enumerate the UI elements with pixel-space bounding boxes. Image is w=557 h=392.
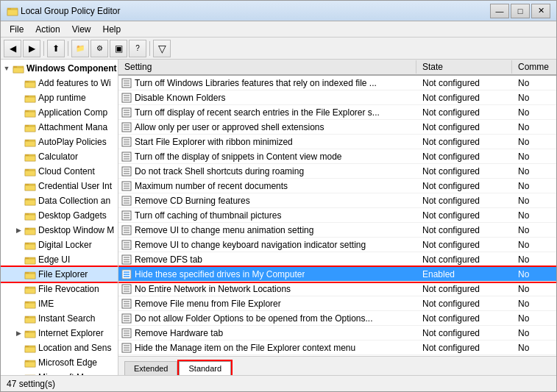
table-row[interactable]: Remove UI to change menu animation setti… [118,223,556,238]
svg-rect-40 [25,244,35,249]
table-row[interactable]: No Entire Network in Network Locations N… [118,282,556,296]
sidebar-item-label: Application Comp [38,107,107,118]
menu-view[interactable]: View [66,23,97,36]
cell-state: Not configured [416,136,512,148]
sidebar-item-windows-component[interactable]: ▼ Windows Component [1,61,118,76]
policy-icon [121,240,132,250]
svg-rect-34 [25,215,35,220]
minimize-button[interactable]: — [490,4,509,18]
sidebar-item-file-explorer[interactable]: File Explorer [1,267,118,282]
table-row[interactable]: Allow only per user or approved shell ex… [118,120,556,135]
expander-spacer [14,93,23,102]
up-button[interactable]: ⬆ [47,40,65,57]
cell-comment: No [512,180,556,192]
help-button[interactable]: ? [129,40,146,57]
close-button[interactable]: ✕ [531,4,550,18]
cell-state: Not configured [416,121,512,133]
setting-text: Turn off display of recent search entrie… [135,107,380,118]
table-row[interactable]: Turn off Windows Libraries features that… [118,76,556,90]
sidebar-item-data-collection[interactable]: Data Collection an [1,193,118,208]
table-row[interactable]: Remove UI to change keyboard navigation … [118,238,556,252]
svg-rect-14 [25,110,29,112]
setting-text: Remove CD Burning features [135,196,250,206]
sidebar-item-app-runtime[interactable]: App runtime [1,90,118,105]
table-row[interactable]: Remove DFS tab Not configured No [118,252,556,267]
menu-action[interactable]: Action [29,23,65,36]
expander-spacer [14,167,23,176]
cell-comment: No [512,151,556,163]
cell-comment: No [512,136,556,148]
cell-state: Not configured [416,342,512,354]
svg-rect-59 [25,331,29,332]
folder-icon [24,298,36,310]
sidebar-item-desktop-gadgets[interactable]: Desktop Gadgets [1,208,118,223]
settings-button[interactable]: ⚙ [91,40,108,57]
sidebar-item-location-sens[interactable]: Location and Sens [1,341,118,355]
menu-help[interactable]: Help [97,23,127,36]
cell-state: Not configured [416,107,512,118]
tab-standard[interactable]: Standard [179,361,231,375]
svg-rect-65 [25,360,29,362]
sidebar-item-digital-locker[interactable]: Digital Locker [1,238,118,252]
folder-icon [24,268,36,280]
sidebar-item-calculator[interactable]: Calculator [1,149,118,164]
column-comment-header[interactable]: Comme [512,60,556,74]
cell-comment: No [512,77,556,89]
svg-rect-58 [25,332,35,338]
table-row[interactable]: Disable Known Folders Not configured No [118,90,556,105]
table-row[interactable]: Turn off the display of snippets in Cont… [118,149,556,164]
cell-comment: No [512,298,556,310]
table-row[interactable]: Remove Hardware tab Not configured No [118,326,556,341]
sidebar-item-label: Attachment Mana [38,122,107,132]
sidebar-item-label: File Explorer [38,269,88,279]
svg-rect-35 [25,213,29,215]
table-row[interactable]: Remove CD Burning features Not configure… [118,193,556,208]
show-hide-button[interactable]: 📁 [71,40,89,57]
app-icon [7,5,18,17]
table-row[interactable]: Turn off caching of thumbnail pictures N… [118,208,556,223]
sidebar-item-application-comp[interactable]: Application Comp [1,105,118,120]
sidebar-item-add-features[interactable]: Add features to Wi [1,76,118,90]
sidebar-item-microsoft-edge[interactable]: Microsoft Edge [1,355,118,370]
sidebar-item-instant-search[interactable]: Instant Search [1,311,118,326]
sidebar-item-label: IME [38,299,54,309]
table-row[interactable]: Maximum number of recent documents Not c… [118,179,556,193]
table-row[interactable]: Hide the Manage item on the File Explore… [118,341,556,355]
column-setting-header[interactable]: Setting [118,60,416,74]
menu-file[interactable]: File [4,23,29,36]
folder-icon [24,136,36,148]
table-row[interactable]: Do not track Shell shortcuts during roam… [118,164,556,179]
table-row[interactable]: Do not allow Folder Options to be opened… [118,311,556,326]
sidebar-item-autoplay[interactable]: AutoPlay Policies [1,135,118,149]
table-row[interactable]: Start File Explorer with ribbon minimize… [118,135,556,149]
back-button[interactable]: ◀ [4,40,21,57]
sidebar-item-microsoft-manage[interactable]: Microsoft Manage [1,370,118,375]
svg-rect-29 [25,184,29,185]
table-row-selected[interactable]: Hide these specified drives in My Comput… [118,267,556,282]
tab-extended[interactable]: Extended [124,361,177,375]
sidebar-item-ime[interactable]: IME [1,296,118,311]
new-window-button[interactable]: ▣ [110,40,127,57]
svg-rect-37 [25,229,35,235]
policy-icon [121,343,132,353]
cell-comment: No [512,283,556,295]
policy-icon [121,284,132,294]
sidebar-item-attachment-mana[interactable]: Attachment Mana [1,120,118,135]
forward-button[interactable]: ▶ [23,40,40,57]
expander-spacer [14,182,23,190]
cell-state: Not configured [416,239,512,251]
svg-rect-64 [25,362,35,367]
expander-spacer [14,299,23,308]
sidebar-item-file-revocation[interactable]: File Revocation [1,282,118,296]
sidebar-item-edge-ui[interactable]: Edge UI [1,252,118,267]
filter-button[interactable]: ▽ [153,40,171,57]
svg-rect-31 [25,200,35,205]
sidebar-item-internet-explorer[interactable]: ▶ Internet Explorer [1,326,118,341]
column-state-header[interactable]: State [416,60,512,74]
sidebar-item-desktop-window[interactable]: ▶ Desktop Window M [1,223,118,238]
sidebar-item-cloud-content[interactable]: Cloud Content [1,164,118,179]
maximize-button[interactable]: □ [511,4,530,18]
sidebar-item-credential-user[interactable]: Credential User Int [1,179,118,193]
table-row[interactable]: Turn off display of recent search entrie… [118,105,556,120]
table-row[interactable]: Remove File menu from File Explorer Not … [118,296,556,311]
